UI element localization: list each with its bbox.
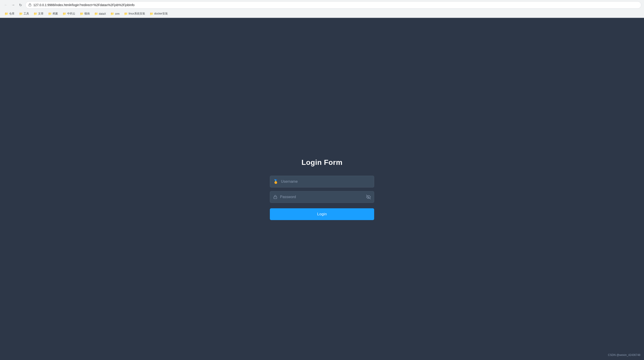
svg-rect-1 <box>274 197 277 198</box>
bookmark-docker安装[interactable]: 📁 docker安装 <box>148 11 170 16</box>
bookmark-linux系统安装[interactable]: 📁 linux系统安装 <box>122 11 147 16</box>
bookmark-label: linux系统安装 <box>128 12 145 16</box>
bookmark-label: 仓库 <box>9 12 14 16</box>
bookmark-档案[interactable]: 📁 档案 <box>46 11 60 16</box>
browser-toolbar: ← → ↻ 127.0.0.1:9988/index.html#/login?r… <box>0 0 644 10</box>
watermark: CSDN @weixin_42436748 <box>608 354 640 357</box>
folder-icon: 📁 <box>62 12 66 15</box>
security-lock-icon <box>28 3 32 7</box>
bookmark-label: 工具 <box>24 12 29 16</box>
nav-buttons: ← → ↻ <box>3 2 24 8</box>
username-field-wrapper: 🏅 <box>270 176 374 187</box>
folder-icon: 📁 <box>150 12 153 15</box>
svg-rect-0 <box>29 4 31 6</box>
reload-button[interactable]: ↻ <box>17 2 24 8</box>
user-icon: 🏅 <box>273 179 278 184</box>
bookmark-中药云[interactable]: 📁 中药云 <box>61 11 77 16</box>
bookmark-crm[interactable]: 📁 crm <box>108 11 121 16</box>
bookmark-label: dataX <box>99 12 106 15</box>
bookmark-工具[interactable]: 📁 工具 <box>17 11 31 16</box>
folder-icon: 📁 <box>94 12 98 15</box>
browser-chrome: ← → ↻ 127.0.0.1:9988/index.html#/login?r… <box>0 0 644 18</box>
folder-icon: 📁 <box>48 12 52 15</box>
bookmark-文章[interactable]: 📁 文章 <box>32 11 45 16</box>
password-field-wrapper <box>270 191 374 203</box>
url-text: 127.0.0.1:9988/index.html#/login?redirec… <box>33 3 134 7</box>
back-icon: ← <box>4 3 8 7</box>
forward-icon: → <box>11 3 15 7</box>
reload-icon: ↻ <box>19 3 22 7</box>
bookmark-label: docker安装 <box>154 12 168 16</box>
bookmark-label: 慢病 <box>84 12 90 16</box>
address-bar[interactable]: 127.0.0.1:9988/index.html#/login?redirec… <box>26 1 641 8</box>
login-button[interactable]: Login <box>270 208 374 220</box>
login-title: Login Form <box>302 158 343 167</box>
bookmark-dataX[interactable]: 📁 dataX <box>92 11 108 16</box>
page-content: Login Form 🏅 Login <box>0 18 644 360</box>
password-input[interactable] <box>280 195 366 199</box>
bookmarks-bar: 📁 仓库 📁 工具 📁 文章 📁 档案 📁 中药云 📁 慢病 📁 dataX <box>0 10 644 18</box>
bookmark-label: 档案 <box>52 12 58 16</box>
folder-icon: 📁 <box>80 12 84 15</box>
back-button[interactable]: ← <box>3 2 9 8</box>
forward-button[interactable]: → <box>10 2 16 8</box>
bookmark-label: crm <box>115 12 120 15</box>
bookmark-label: 文章 <box>38 12 44 16</box>
lock-icon <box>273 195 277 199</box>
bookmark-label: 中药云 <box>67 12 75 16</box>
folder-icon: 📁 <box>19 12 23 15</box>
bookmark-慢病[interactable]: 📁 慢病 <box>78 11 92 16</box>
folder-icon: 📁 <box>124 12 128 15</box>
toggle-password-icon[interactable] <box>366 195 371 199</box>
folder-icon: 📁 <box>110 12 114 15</box>
folder-icon: 📁 <box>4 12 8 15</box>
login-container: Login Form 🏅 Login <box>270 158 374 220</box>
username-input[interactable] <box>281 180 371 184</box>
bookmark-仓库[interactable]: 📁 仓库 <box>3 11 16 16</box>
folder-icon: 📁 <box>34 12 37 15</box>
